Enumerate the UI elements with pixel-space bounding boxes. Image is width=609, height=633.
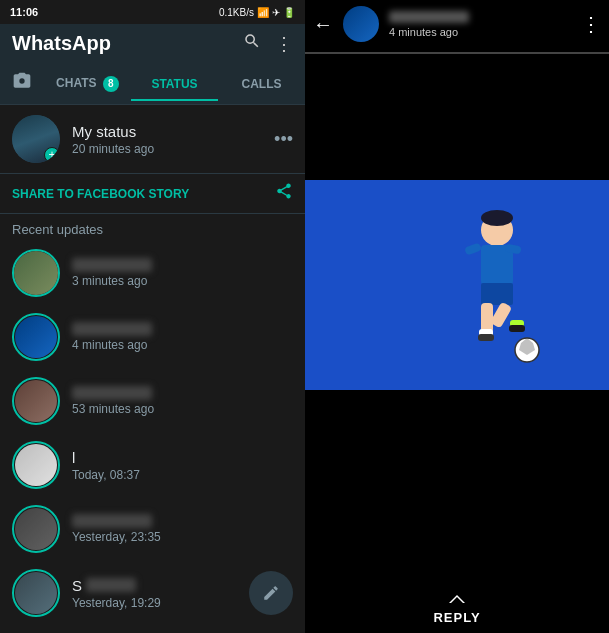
status-avatar-ring-3 [12,377,60,425]
status-avatar-ring-2 [12,313,60,361]
battery-icon: 🔋 [283,7,295,18]
blurred-name-6 [86,578,136,592]
status-name-5 [72,514,293,528]
status-info-2: 4 minutes ago [72,322,293,352]
status-item-3[interactable]: 53 minutes ago [0,369,305,433]
status-time-5: Yesterday, 23:35 [72,530,293,544]
svg-rect-11 [509,325,525,332]
status-name-3 [72,386,293,400]
svg-rect-7 [490,302,512,329]
network-speed: 0.1KB/s [219,7,254,18]
status-time-2: 4 minutes ago [72,338,293,352]
svg-rect-5 [481,283,513,305]
chats-badge: 8 [103,76,119,92]
status-info-4: l Today, 08:37 [72,449,293,482]
chats-tab[interactable]: CHATS 8 [44,66,131,102]
blurred-name-2 [72,322,152,336]
fb-story-bar[interactable]: SHARE TO FACEBOOK STORY [0,174,305,214]
more-options-icon[interactable]: ⋮ [275,33,293,55]
search-icon[interactable] [243,32,261,55]
status-avatar-4 [15,444,57,486]
status-item-1[interactable]: 3 minutes ago [0,241,305,305]
blurred-name-1 [72,258,152,272]
status-name-2 [72,322,293,336]
status-avatar-ring-5 [12,505,60,553]
app-title: WhatsApp [12,32,111,55]
soccer-player-illustration [357,195,557,375]
app-header: WhatsApp ⋮ [0,24,305,63]
status-info-3: 53 minutes ago [72,386,293,416]
share-icon[interactable] [275,182,293,205]
story-user-avatar [343,6,379,42]
story-more-icon[interactable]: ⋮ [581,12,601,36]
status-item-5[interactable]: Yesterday, 23:35 [0,497,305,561]
blurred-name-3 [72,386,152,400]
my-status-item[interactable]: + My status 20 minutes ago ••• [0,105,305,174]
story-username-blurred [389,11,469,23]
status-icons: 0.1KB/s 📶 ✈ 🔋 [219,7,295,18]
status-info-6: S Yesterday, 19:29 [72,577,237,610]
status-item-2[interactable]: 4 minutes ago [0,305,305,369]
status-avatar-ring-6 [12,569,60,617]
add-status-icon: + [44,147,60,163]
reply-label: REPLY [433,610,480,625]
status-info-5: Yesterday, 23:35 [72,514,293,544]
status-info-1: 3 minutes ago [72,258,293,288]
status-item-7[interactable]: J Yesterday, 18:11 [0,625,305,633]
status-name-4: l [72,449,293,466]
my-status-name: My status [72,123,262,140]
tabs-bar: CHATS 8 STATUS CALLS [0,63,305,105]
status-tab[interactable]: STATUS [131,67,218,101]
my-status-avatar: + [12,115,60,163]
pencil-button[interactable] [249,571,293,615]
fb-story-label: SHARE TO FACEBOOK STORY [12,187,189,201]
my-status-time: 20 minutes ago [72,142,262,156]
blurred-name-5 [72,514,152,528]
status-avatar-ring-1 [12,249,60,297]
chevron-up-icon [449,592,465,608]
calls-tab[interactable]: CALLS [218,67,305,101]
my-status-info: My status 20 minutes ago [72,123,262,156]
reply-bar[interactable]: REPLY [305,584,609,633]
airplane-icon: ✈ [272,7,280,18]
svg-point-1 [481,210,513,226]
left-panel: 11:06 0.1KB/s 📶 ✈ 🔋 WhatsApp ⋮ CHATS [0,0,305,633]
time: 11:06 [10,6,38,18]
status-bar: 11:06 0.1KB/s 📶 ✈ 🔋 [0,0,305,24]
svg-rect-9 [478,334,494,341]
status-avatar-5 [15,508,57,550]
status-time-6: Yesterday, 19:29 [72,596,237,610]
right-panel: ← 4 minutes ago ⋮ [305,0,609,633]
status-item-6[interactable]: S Yesterday, 19:29 [0,561,305,625]
status-item-4[interactable]: l Today, 08:37 [0,433,305,497]
status-avatar-6 [15,572,57,614]
status-avatar-ring-4 [12,441,60,489]
my-status-more-icon[interactable]: ••• [274,129,293,150]
story-time: 4 minutes ago [389,26,571,38]
status-name-6: S [72,577,237,594]
status-time-3: 53 minutes ago [72,402,293,416]
status-time-4: Today, 08:37 [72,468,293,482]
back-button[interactable]: ← [313,13,333,36]
content-area: + My status 20 minutes ago ••• SHARE TO … [0,105,305,633]
svg-rect-6 [481,303,493,333]
status-avatar-3 [15,380,57,422]
story-progress-bar [305,52,609,54]
status-avatar-2 [15,316,57,358]
recent-updates-header: Recent updates [0,214,305,241]
status-time-1: 3 minutes ago [72,274,293,288]
signal-icon: 📶 [257,7,269,18]
status-name-1 [72,258,293,272]
story-user-info: 4 minutes ago [389,11,571,38]
svg-rect-3 [464,243,482,256]
header-icons: ⋮ [243,32,293,55]
camera-tab-icon[interactable] [0,63,44,104]
status-avatar-1 [14,251,58,295]
story-header: ← 4 minutes ago ⋮ [305,0,609,48]
story-blue-section [305,180,609,390]
